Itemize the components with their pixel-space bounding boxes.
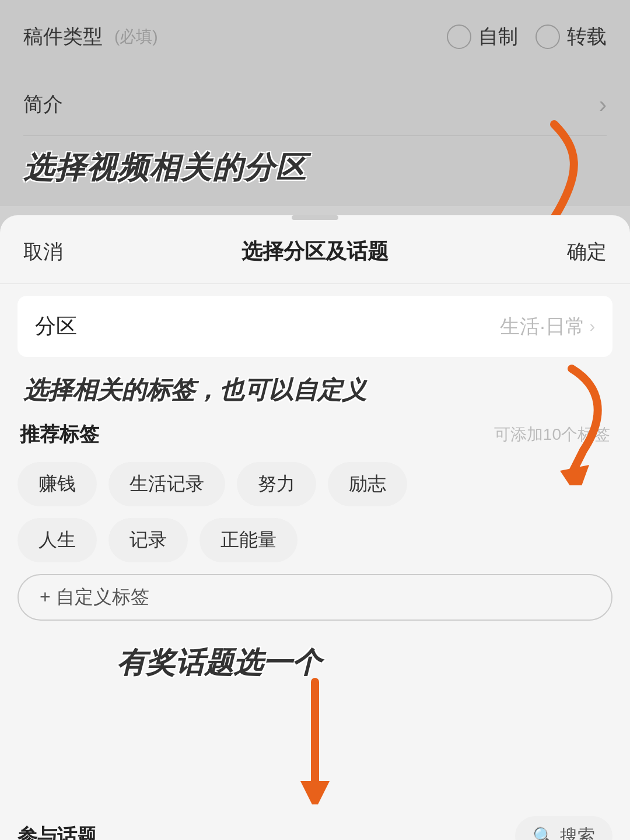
- sheet-title: 选择分区及话题: [63, 237, 567, 266]
- tag-item[interactable]: 人生: [18, 518, 97, 562]
- radio-circle-zhuanzai[interactable]: [536, 24, 560, 49]
- annotation-3: 有奖话题选一个: [117, 646, 321, 679]
- radio-label-zhuanzai: 转载: [567, 23, 607, 50]
- section-value-text: 生活·日常: [500, 313, 584, 340]
- sheet-handle: [292, 215, 338, 220]
- svg-marker-2: [300, 781, 330, 804]
- topic-title: 参与话题: [18, 823, 97, 841]
- sheet-header: 取消 选择分区及话题 确定: [0, 220, 630, 284]
- section-row-area[interactable]: 分区 生活·日常 ›: [18, 296, 612, 357]
- intro-label: 简介: [23, 91, 63, 118]
- search-button[interactable]: 🔍 搜索: [515, 816, 612, 840]
- intro-row[interactable]: 简介 ›: [23, 74, 607, 136]
- annotation-main: 选择视频相关的分区: [23, 150, 307, 184]
- section-label: 分区: [35, 312, 77, 341]
- section-value: 生活·日常 ›: [500, 313, 595, 340]
- add-custom-tag-button[interactable]: + 自定义标签: [18, 574, 612, 621]
- radio-circle-zizhi[interactable]: [447, 24, 471, 49]
- radio-label-zizhi: 自制: [478, 23, 518, 50]
- arrow-3-icon: [262, 676, 368, 804]
- radio-zizhi[interactable]: 自制: [447, 23, 518, 50]
- annotation-2: 选择相关的标签，也可以自定义: [23, 376, 366, 404]
- confirm-button[interactable]: 确定: [567, 239, 607, 265]
- tag-item[interactable]: 正能量: [200, 518, 298, 562]
- article-type-row: 稿件类型 (必填) 自制 转载: [23, 23, 607, 50]
- topic-section: 参与话题 🔍 搜索 # 我的周末这样过 有奖活动：千万流量助力！随手记录生活碎片: [0, 816, 630, 840]
- tag-item[interactable]: 励志: [328, 462, 407, 506]
- radio-group: 自制 转载: [447, 23, 607, 50]
- search-label: 搜索: [560, 824, 595, 840]
- article-type-required: (必填): [114, 26, 158, 48]
- cancel-button[interactable]: 取消: [23, 239, 63, 265]
- tag-item[interactable]: 记录: [108, 518, 188, 562]
- intro-chevron-icon: ›: [599, 92, 607, 118]
- tags-row-1: 赚钱 生活记录 努力 励志: [18, 462, 612, 506]
- tags-title: 推荐标签: [20, 421, 99, 448]
- topic-header: 参与话题 🔍 搜索: [18, 816, 612, 840]
- tags-limit: 可添加10个标签: [494, 424, 610, 446]
- tag-item[interactable]: 赚钱: [18, 462, 97, 506]
- search-icon: 🔍: [533, 826, 554, 840]
- tags-section: 推荐标签 可添加10个标签 赚钱 生活记录 努力 励志 人生 记录 正能量 + …: [0, 421, 630, 621]
- radio-zhuanzai[interactable]: 转载: [536, 23, 607, 50]
- tag-item[interactable]: 努力: [237, 462, 316, 506]
- tags-header: 推荐标签 可添加10个标签: [18, 421, 612, 448]
- tags-row-2: 人生 记录 正能量: [18, 518, 612, 562]
- tag-item[interactable]: 生活记录: [108, 462, 225, 506]
- section-chevron-icon: ›: [590, 317, 595, 336]
- article-type-label: 稿件类型: [23, 23, 103, 50]
- bottom-sheet: 取消 选择分区及话题 确定 分区 生活·日常 › 选择相关的标签，也可以自定义 …: [0, 215, 630, 840]
